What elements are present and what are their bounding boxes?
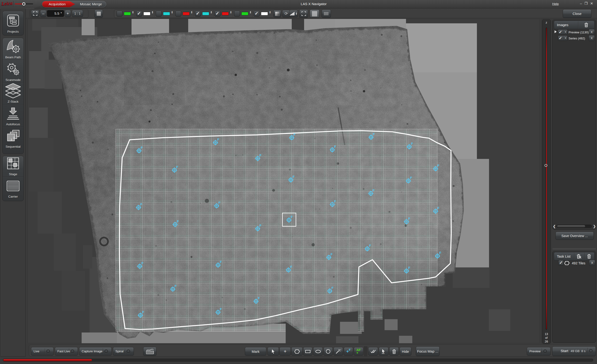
svg-text:F: F (142, 310, 144, 314)
svg-text:F: F (258, 296, 260, 300)
svg-text:F: F (410, 176, 412, 180)
svg-text:F: F (177, 220, 179, 223)
svg-text:ALL: ALL (382, 353, 385, 354)
svg-text:F: F (438, 206, 440, 210)
svg-text:F: F (294, 133, 296, 136)
svg-text:F: F (220, 260, 222, 264)
svg-text:F: F (331, 253, 333, 256)
svg-text:3: 3 (16, 135, 17, 137)
svg-text:F: F (175, 284, 177, 288)
svg-text:F: F (219, 201, 221, 205)
svg-text:F: F (217, 138, 220, 141)
svg-text:F: F (332, 286, 334, 290)
svg-text:F: F (290, 265, 292, 269)
svg-text:F: F (438, 164, 440, 167)
svg-text:F: F (141, 261, 144, 265)
svg-text:F: F (369, 244, 371, 248)
svg-text:F: F (334, 199, 336, 203)
svg-text:2: 2 (13, 136, 15, 139)
svg-text:F: F (411, 142, 413, 146)
svg-text:F: F (259, 224, 262, 228)
svg-text:F: F (408, 217, 410, 221)
svg-text:F: F (373, 189, 375, 192)
svg-text:F: F (373, 132, 375, 136)
svg-text:F: F (259, 154, 262, 157)
svg-text:F: F (176, 165, 178, 169)
svg-text:F: F (141, 146, 143, 150)
svg-text:F: F (293, 175, 295, 179)
svg-text:F: F (334, 145, 336, 149)
svg-text:F: F (291, 215, 293, 219)
svg-text:F: F (140, 203, 142, 206)
svg-text:F: F (220, 307, 222, 311)
svg-text:F: F (439, 251, 441, 255)
svg-text:1: 1 (11, 138, 12, 141)
svg-text:F: F (408, 266, 410, 270)
